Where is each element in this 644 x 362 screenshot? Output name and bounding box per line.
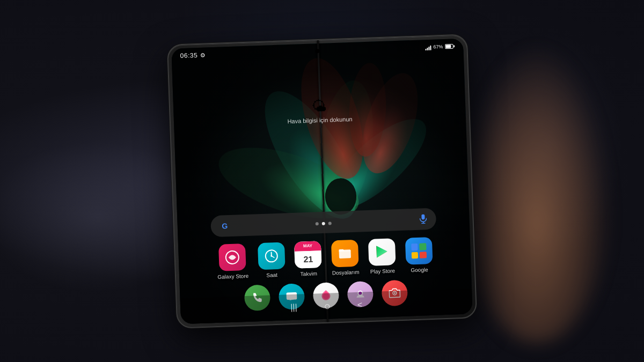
- page-dots: [316, 221, 332, 225]
- hand-background: [462, 43, 612, 343]
- app-icon-saat[interactable]: Saat: [258, 242, 286, 278]
- battery-icon: [445, 43, 455, 49]
- google-label: Google: [411, 267, 428, 273]
- weather-widget[interactable]: 🌤 Hava bilgisi için dokunun: [287, 95, 353, 124]
- nav-recents[interactable]: |||: [290, 302, 297, 312]
- google-g-icon: G: [218, 219, 231, 232]
- page-dot-1: [316, 222, 319, 225]
- dosyalarim-label: Dosyalarım: [332, 269, 360, 276]
- takvim-icon: MAY 21: [294, 241, 322, 269]
- takvim-label: Takvim: [301, 270, 317, 277]
- play-store-icon: [368, 238, 396, 266]
- mic-icon[interactable]: [418, 213, 429, 225]
- app-icon-dosyalarim[interactable]: Dosyalarım: [331, 239, 360, 276]
- settings-icon: ⚙: [200, 51, 206, 58]
- status-time: 06:35: [180, 51, 197, 59]
- scene: 06:35 ⚙ 67%: [0, 0, 644, 362]
- google-icon: [405, 237, 433, 264]
- google-dot-1: [411, 243, 418, 250]
- phone-body: 06:35 ⚙ 67%: [167, 34, 477, 328]
- cal-date: 21: [295, 250, 322, 268]
- google-dot-3: [411, 252, 418, 258]
- google-grid: [411, 243, 427, 258]
- battery-percent: 67%: [433, 43, 443, 49]
- svg-rect-12: [453, 45, 455, 47]
- google-dot-4: [420, 251, 427, 258]
- galaxy-store-icon: [218, 243, 246, 271]
- nav-back[interactable]: <: [357, 300, 362, 309]
- svg-rect-11: [445, 45, 451, 48]
- dosyalarim-icon: [331, 239, 359, 267]
- app-icon-galaxy-store[interactable]: Galaxy Store: [216, 243, 248, 279]
- app-icon-takvim[interactable]: MAY 21 Takvim: [294, 241, 322, 277]
- saat-label: Saat: [266, 272, 277, 278]
- phone-device: 06:35 ⚙ 67%: [167, 34, 477, 328]
- camera-hole: [315, 49, 319, 53]
- saat-icon: [258, 242, 286, 270]
- status-icons: 67%: [425, 43, 455, 50]
- page-dot-3: [328, 221, 332, 225]
- app-icon-google[interactable]: Google: [405, 237, 433, 273]
- svg-rect-13: [421, 214, 425, 219]
- cal-header: MAY: [294, 241, 321, 251]
- page-dot-2: [322, 221, 325, 225]
- galaxy-store-label: Galaxy Store: [217, 272, 248, 279]
- play-store-label: Play Store: [370, 268, 395, 275]
- signal-bars: [425, 43, 431, 50]
- weather-icon: 🌤: [287, 95, 352, 115]
- google-dot-2: [419, 243, 426, 250]
- app-icon-play-store[interactable]: Play Store: [368, 238, 396, 275]
- nav-home[interactable]: ○: [324, 300, 331, 312]
